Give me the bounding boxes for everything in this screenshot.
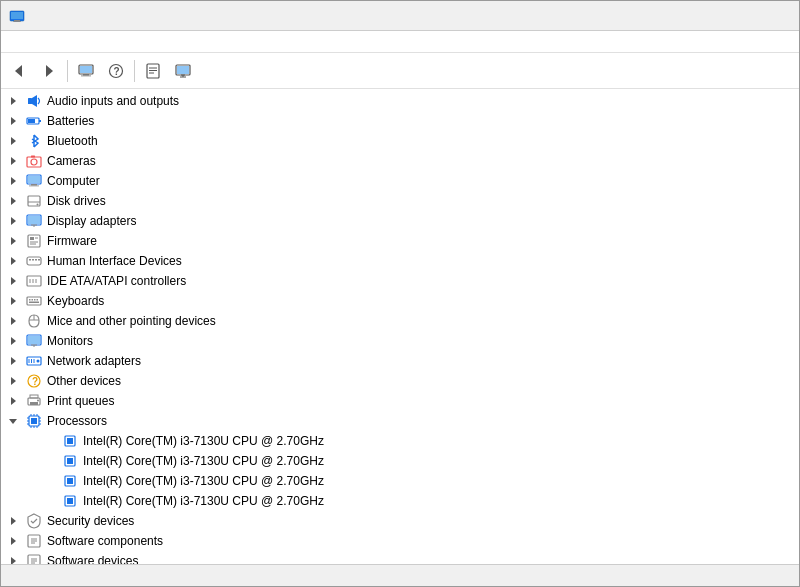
expand-arrow[interactable]	[5, 553, 21, 564]
tree-item[interactable]: Disk drives	[1, 191, 799, 211]
svg-rect-22	[28, 98, 32, 104]
forward-button[interactable]	[35, 57, 63, 85]
tree-item[interactable]: Print queues	[1, 391, 799, 411]
tree-item[interactable]: Audio inputs and outputs	[1, 91, 799, 111]
item-label: IDE ATA/ATAPI controllers	[47, 274, 186, 288]
expand-arrow[interactable]	[5, 313, 21, 329]
tree-item[interactable]: Cameras	[1, 151, 799, 171]
minimize-button[interactable]	[653, 1, 699, 31]
svg-marker-122	[11, 557, 16, 564]
monitor-button[interactable]	[169, 57, 197, 85]
device-tree[interactable]: Audio inputs and outputsBatteriesBluetoo…	[1, 89, 799, 564]
expand-arrow[interactable]	[5, 233, 21, 249]
tree-item[interactable]: Network adapters	[1, 351, 799, 371]
expand-arrow[interactable]	[5, 173, 21, 189]
expand-arrow[interactable]	[5, 333, 21, 349]
ide-icon	[25, 272, 43, 290]
item-label: Audio inputs and outputs	[47, 94, 179, 108]
menu-bar	[1, 31, 799, 53]
svg-point-41	[37, 204, 39, 206]
expand-arrow[interactable]	[5, 153, 21, 169]
expand-arrow[interactable]	[5, 93, 21, 109]
tree-item[interactable]: Computer	[1, 171, 799, 191]
back-button[interactable]	[5, 57, 33, 85]
tree-item[interactable]: Keyboards	[1, 291, 799, 311]
computer-button[interactable]	[72, 57, 100, 85]
maximize-button[interactable]	[699, 1, 745, 31]
svg-rect-95	[31, 418, 37, 424]
svg-rect-90	[30, 402, 38, 405]
security-icon	[25, 512, 43, 530]
item-label: Batteries	[47, 114, 94, 128]
item-label: Network adapters	[47, 354, 141, 368]
tree-item[interactable]: Batteries	[1, 111, 799, 131]
item-label: Processors	[47, 414, 107, 428]
item-label: Software components	[47, 534, 163, 548]
expand-arrow[interactable]	[5, 413, 21, 429]
menu-action[interactable]	[21, 40, 37, 44]
svg-rect-56	[32, 259, 34, 261]
tree-item[interactable]: Processors	[1, 411, 799, 431]
tree-item[interactable]: Monitors	[1, 331, 799, 351]
svg-point-92	[37, 400, 39, 402]
expand-arrow[interactable]	[5, 353, 21, 369]
svg-rect-65	[27, 297, 41, 305]
mouse-icon	[25, 312, 43, 330]
device-manager-window: ? Audio inputs and outputsBatteries	[0, 0, 800, 587]
camera-icon	[25, 152, 43, 170]
close-button[interactable]	[745, 1, 791, 31]
window-controls	[653, 1, 791, 31]
tree-item[interactable]: IDE ATA/ATAPI controllers	[1, 271, 799, 291]
svg-rect-9	[81, 75, 91, 76]
svg-rect-44	[28, 216, 40, 224]
expand-arrow[interactable]	[5, 533, 21, 549]
menu-file[interactable]	[5, 40, 21, 44]
processor-chip-icon	[61, 472, 79, 490]
svg-rect-60	[27, 276, 41, 286]
tree-item[interactable]: Intel(R) Core(TM) i3-7130U CPU @ 2.70GHz	[1, 431, 799, 451]
svg-rect-67	[32, 299, 34, 301]
menu-help[interactable]	[53, 40, 69, 44]
expand-arrow[interactable]	[5, 373, 21, 389]
network-icon	[25, 352, 43, 370]
tree-item[interactable]: Firmware	[1, 231, 799, 251]
expand-arrow[interactable]	[5, 193, 21, 209]
expand-arrow[interactable]	[5, 393, 21, 409]
search-help-button[interactable]: ?	[102, 57, 130, 85]
bluetooth-icon	[25, 132, 43, 150]
tree-item[interactable]: Display adapters	[1, 211, 799, 231]
other-icon: ?	[25, 372, 43, 390]
tree-item[interactable]: Intel(R) Core(TM) i3-7130U CPU @ 2.70GHz	[1, 471, 799, 491]
expand-arrow[interactable]	[5, 133, 21, 149]
svg-marker-71	[11, 317, 16, 325]
tree-item[interactable]: Mice and other pointing devices	[1, 311, 799, 331]
tree-item[interactable]: Bluetooth	[1, 131, 799, 151]
svg-rect-26	[39, 120, 41, 122]
svg-rect-76	[28, 336, 40, 344]
svg-rect-55	[29, 259, 31, 261]
menu-view[interactable]	[37, 40, 53, 44]
svg-marker-42	[11, 217, 16, 225]
svg-marker-117	[11, 537, 16, 545]
svg-rect-35	[28, 176, 40, 183]
expand-arrow[interactable]	[5, 293, 21, 309]
item-label: Intel(R) Core(TM) i3-7130U CPU @ 2.70GHz	[83, 434, 324, 448]
svg-rect-37	[29, 186, 39, 187]
tree-item[interactable]: ?Other devices	[1, 371, 799, 391]
svg-rect-36	[31, 184, 37, 186]
expand-arrow[interactable]	[5, 113, 21, 129]
expand-arrow[interactable]	[5, 273, 21, 289]
properties-button[interactable]	[139, 57, 167, 85]
tree-item[interactable]: Human Interface Devices	[1, 251, 799, 271]
svg-rect-8	[83, 74, 89, 76]
svg-point-31	[31, 159, 37, 165]
expand-arrow[interactable]	[5, 213, 21, 229]
expand-arrow[interactable]	[5, 253, 21, 269]
tree-item[interactable]: Intel(R) Core(TM) i3-7130U CPU @ 2.70GHz	[1, 451, 799, 471]
tree-item[interactable]: Software devices	[1, 551, 799, 564]
tree-item[interactable]: Security devices	[1, 511, 799, 531]
svg-point-84	[37, 360, 40, 363]
expand-arrow[interactable]	[5, 513, 21, 529]
tree-item[interactable]: Software components	[1, 531, 799, 551]
tree-item[interactable]: Intel(R) Core(TM) i3-7130U CPU @ 2.70GHz	[1, 491, 799, 511]
